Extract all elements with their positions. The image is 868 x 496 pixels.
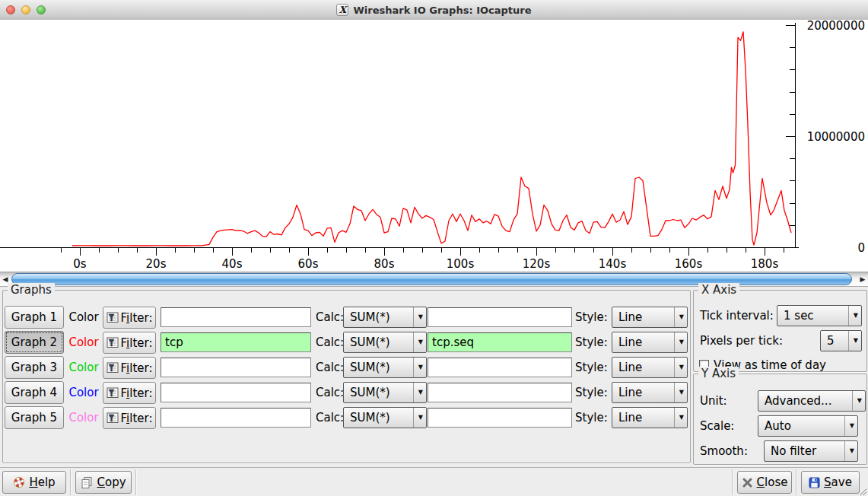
graph-4-filter-button[interactable]: Filter:: [103, 382, 156, 404]
style-label: Style:: [575, 306, 608, 329]
style-value: Line: [618, 361, 642, 374]
graph-5-button[interactable]: Graph 5: [5, 406, 64, 429]
copy-button-label: Copy: [97, 475, 126, 489]
pixels-per-tick-select[interactable]: 5▼: [820, 330, 862, 351]
calc-label: Calc:: [316, 406, 344, 429]
graph-3-style-select[interactable]: Line▼: [612, 357, 688, 378]
graph-5-color-label: Color: [65, 406, 102, 429]
style-value: Line: [618, 386, 642, 399]
unit-label: Unit:: [700, 389, 727, 412]
window-resize-grip[interactable]: [857, 485, 867, 496]
graph-3-button[interactable]: Graph 3: [5, 356, 64, 379]
graph-2-calc-select[interactable]: SUM(*)▼: [343, 332, 427, 353]
graph-2-filter-input[interactable]: [161, 332, 311, 352]
graph-1-calc-field-input[interactable]: [428, 307, 572, 327]
dropdown-arrow-icon: ▼: [848, 306, 858, 326]
dropdown-arrow-icon: ▼: [852, 391, 862, 411]
svg-text:0s: 0s: [73, 257, 87, 271]
graph-1-button[interactable]: Graph 1: [5, 306, 64, 329]
graph-5-filter-button[interactable]: Filter:: [103, 407, 156, 429]
save-button[interactable]: Save: [801, 471, 860, 494]
scale-label: Scale:: [700, 415, 734, 437]
graph-row-1: Graph 1 Color Filter: Calc: SUM(*)▼ Styl…: [3, 306, 690, 331]
graph-1-color-label: Color: [65, 306, 102, 329]
graph-2-calc-field-input[interactable]: [428, 332, 572, 352]
graph-2-filter-button[interactable]: Filter:: [103, 332, 156, 354]
svg-text:100s: 100s: [447, 257, 475, 271]
graph-row-4: Graph 4 Color Filter: Calc: SUM(*)▼ Styl…: [3, 381, 690, 406]
filter-button-label: Filter:: [121, 412, 153, 425]
dropdown-arrow-icon: ▼: [848, 331, 858, 351]
smooth-value: No filter: [771, 444, 816, 458]
graph-2-style-select[interactable]: Line▼: [612, 332, 688, 353]
svg-text:0: 0: [857, 241, 865, 255]
dropdown-arrow-icon: ▼: [413, 383, 423, 402]
io-graph-plot[interactable]: 0s20s40s60s80s100s120s140s160s180s010000…: [0, 20, 868, 272]
copy-button[interactable]: Copy: [75, 471, 132, 494]
calc-value: SUM(*): [350, 411, 390, 424]
svg-text:60s: 60s: [298, 257, 319, 271]
help-button[interactable]: Help: [2, 471, 66, 494]
graph-1-calc-select[interactable]: SUM(*)▼: [343, 307, 427, 328]
graph-2-button[interactable]: Graph 2: [5, 331, 64, 354]
svg-text:160s: 160s: [675, 257, 703, 271]
titlebar: X Wireshark IO Graphs: IOcapture: [0, 0, 868, 21]
graph-3-filter-input[interactable]: [161, 358, 311, 377]
save-button-label: Save: [824, 475, 852, 489]
svg-text:140s: 140s: [599, 257, 627, 271]
filter-icon: [107, 387, 119, 399]
graph-2-color-label: Color: [65, 331, 102, 354]
graph-row-3: Graph 3 Color Filter: Calc: SUM(*)▼ Styl…: [3, 356, 690, 381]
tick-interval-select[interactable]: 1 sec▼: [777, 305, 862, 326]
calc-value: SUM(*): [350, 310, 390, 324]
graph-3-calc-field-input[interactable]: [428, 358, 572, 377]
graph-1-filter-button[interactable]: Filter:: [103, 307, 156, 329]
graph-5-calc-select[interactable]: SUM(*)▼: [343, 407, 427, 428]
x11-app-icon: X: [336, 4, 348, 16]
style-label: Style:: [575, 331, 608, 354]
calc-label: Calc:: [316, 331, 344, 354]
svg-text:120s: 120s: [523, 257, 551, 271]
dropdown-arrow-icon: ▼: [413, 307, 423, 327]
graph-4-style-select[interactable]: Line▼: [612, 382, 688, 403]
close-button[interactable]: Close: [737, 471, 792, 494]
style-value: Line: [618, 310, 642, 324]
filter-icon: [107, 337, 119, 348]
graph-5-style-select[interactable]: Line▼: [612, 407, 688, 428]
graph-4-calc-field-input[interactable]: [428, 383, 572, 402]
pixels-per-tick-label: Pixels per tick:: [700, 329, 783, 352]
dropdown-arrow-icon: ▼: [413, 358, 423, 377]
graph-row-2: Graph 2 Color Filter: Calc: SUM(*)▼ Styl…: [3, 331, 690, 356]
smooth-select[interactable]: No filter▼: [764, 440, 858, 462]
graph-4-button[interactable]: Graph 4: [5, 381, 64, 404]
graph-3-calc-select[interactable]: SUM(*)▼: [343, 357, 427, 378]
unit-select[interactable]: Advanced...▼: [758, 390, 866, 412]
graph-4-calc-select[interactable]: SUM(*)▼: [343, 382, 427, 403]
graph-3-color-label: Color: [65, 356, 102, 379]
tick-interval-label: Tick interval:: [700, 304, 774, 327]
graph-5-filter-input[interactable]: [161, 408, 311, 428]
unit-value: Advanced...: [765, 394, 831, 408]
dropdown-arrow-icon: ▼: [844, 416, 854, 436]
graph-4-filter-input[interactable]: [161, 383, 311, 402]
graphs-panel-title: Graphs: [8, 283, 55, 297]
scroll-right-arrow-icon[interactable]: ▶: [857, 272, 868, 286]
smooth-label: Smooth:: [700, 440, 748, 463]
svg-text:10000000: 10000000: [807, 130, 865, 144]
save-icon: [809, 477, 820, 488]
scale-value: Auto: [765, 419, 791, 433]
style-value: Line: [618, 335, 642, 349]
filter-icon: [107, 312, 119, 323]
graph-3-filter-button[interactable]: Filter:: [103, 357, 156, 379]
calc-value: SUM(*): [350, 335, 390, 349]
y-axis-panel: Y Axis Unit: Advanced...▼ Scale: Auto▼ S…: [693, 374, 867, 465]
graph-1-filter-input[interactable]: [161, 307, 311, 327]
svg-text:180s: 180s: [751, 257, 779, 271]
graph-5-calc-field-input[interactable]: [428, 408, 572, 428]
copy-icon: [81, 476, 93, 488]
dropdown-arrow-icon: ▼: [413, 332, 423, 352]
dropdown-arrow-icon: ▼: [674, 307, 684, 327]
scale-select[interactable]: Auto▼: [758, 415, 858, 437]
graph-1-style-select[interactable]: Line▼: [612, 307, 688, 328]
dropdown-arrow-icon: ▼: [674, 358, 684, 377]
